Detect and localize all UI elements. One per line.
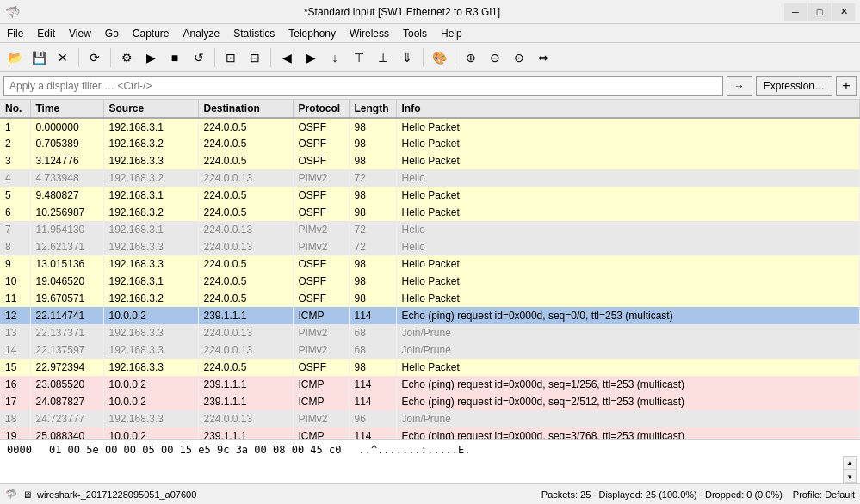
cell-destination: 224.0.0.13 xyxy=(198,221,293,238)
column-header-info[interactable]: Info xyxy=(396,100,860,118)
toolbar-autoscroll-button[interactable]: ⇓ xyxy=(396,46,418,69)
table-row[interactable]: 44.733948192.168.3.2224.0.0.13PIMv272Hel… xyxy=(0,169,860,187)
table-row[interactable]: 1925.08834010.0.0.2239.1.1.1ICMP114Echo … xyxy=(0,427,860,439)
menu-item-tools[interactable]: Tools xyxy=(396,26,434,41)
toolbar-capture-options-button[interactable]: ⚙ xyxy=(115,46,138,69)
display-filter-input[interactable] xyxy=(3,76,723,96)
hex-ascii: ..^.......:.....E. xyxy=(358,444,470,456)
toolbar-zoom-out-button[interactable]: ⊖ xyxy=(484,46,506,69)
toolbar-last-packet-button[interactable]: ⊥ xyxy=(372,46,394,69)
close-button[interactable]: ✕ xyxy=(832,3,855,21)
table-row[interactable]: 10.000000192.168.3.1224.0.0.5OSPF98Hello… xyxy=(0,118,860,135)
cell-protocol: OSPF xyxy=(293,152,349,169)
cell-protocol: OSPF xyxy=(293,204,349,221)
toolbar-resize-columns-button[interactable]: ⇔ xyxy=(532,46,554,69)
hex-scroll-up[interactable]: ▲ xyxy=(843,456,857,470)
toolbar-colorize-button[interactable]: 🎨 xyxy=(428,46,450,69)
toolbar-capture-filters-button[interactable]: ⊡ xyxy=(220,46,242,69)
toolbar-display-filters-button[interactable]: ⊟ xyxy=(244,46,266,69)
cell-destination: 239.1.1.1 xyxy=(198,393,293,410)
window-controls: ─ □ ✕ xyxy=(784,3,855,21)
table-row[interactable]: 1824.723777192.168.3.3224.0.0.13PIMv296J… xyxy=(0,410,860,427)
menu-item-analyze[interactable]: Analyze xyxy=(176,26,227,41)
column-header-no[interactable]: No. xyxy=(0,100,30,118)
cell-source: 192.168.3.3 xyxy=(103,341,198,359)
menu-item-view[interactable]: View xyxy=(62,26,98,41)
cell-no: 10 xyxy=(0,273,30,290)
column-header-source[interactable]: Source xyxy=(103,100,198,118)
table-row[interactable]: 812.621371192.168.3.3224.0.0.13PIMv272He… xyxy=(0,238,860,255)
table-row[interactable]: 1019.046520192.168.3.1224.0.0.5OSPF98Hel… xyxy=(0,273,860,290)
column-header-protocol[interactable]: Protocol xyxy=(293,100,349,118)
menu-item-wireless[interactable]: Wireless xyxy=(343,26,396,41)
wireshark-icon: 🦈 xyxy=(5,489,17,500)
toolbar-zoom-in-button[interactable]: ⊕ xyxy=(460,46,482,69)
cell-info: Hello Packet xyxy=(396,273,860,290)
table-row[interactable]: 1119.670571192.168.3.2224.0.0.5OSPF98Hel… xyxy=(0,290,860,307)
toolbar-separator xyxy=(214,48,215,67)
toolbar-open-button[interactable]: 📂 xyxy=(3,46,26,69)
toolbar-close-button[interactable]: ✕ xyxy=(52,46,74,69)
hex-offset: 0000 xyxy=(7,444,32,456)
cell-protocol: OSPF xyxy=(293,187,349,204)
column-header-destination[interactable]: Destination xyxy=(198,100,293,118)
cell-protocol: OSPF xyxy=(293,290,349,307)
menu-item-edit[interactable]: Edit xyxy=(30,26,62,41)
cell-info: Hello Packet xyxy=(396,255,860,273)
menu-item-file[interactable]: File xyxy=(0,26,30,41)
cell-source: 192.168.3.3 xyxy=(103,238,198,255)
cell-protocol: PIMv2 xyxy=(293,410,349,427)
cell-protocol: PIMv2 xyxy=(293,341,349,359)
table-row[interactable]: 59.480827192.168.3.1224.0.0.5OSPF98Hello… xyxy=(0,187,860,204)
menu-item-statistics[interactable]: Statistics xyxy=(226,26,282,41)
maximize-button[interactable]: □ xyxy=(808,3,831,21)
cell-length: 68 xyxy=(349,324,396,341)
toolbar-restart-capture-button[interactable]: ↺ xyxy=(188,46,210,69)
table-row[interactable]: 1522.972394192.168.3.3224.0.0.5OSPF98Hel… xyxy=(0,359,860,376)
table-row[interactable]: 1623.08552010.0.0.2239.1.1.1ICMP114Echo … xyxy=(0,376,860,393)
hex-scroll-down[interactable]: ▼ xyxy=(843,470,857,483)
cell-protocol: ICMP xyxy=(293,376,349,393)
expression-button[interactable]: Expression… xyxy=(756,76,832,96)
toolbar-go-to-packet-button[interactable]: ↓ xyxy=(324,46,346,69)
cell-length: 98 xyxy=(349,118,396,135)
table-row[interactable]: 610.256987192.168.3.2224.0.0.5OSPF98Hell… xyxy=(0,204,860,221)
table-row[interactable]: 913.015136192.168.3.3224.0.0.5OSPF98Hell… xyxy=(0,255,860,273)
cell-no: 8 xyxy=(0,238,30,255)
cell-length: 98 xyxy=(349,290,396,307)
toolbar-forward-button[interactable]: ▶ xyxy=(300,46,322,69)
table-row[interactable]: 33.124776192.168.3.3224.0.0.5OSPF98Hello… xyxy=(0,152,860,169)
cell-time: 19.046520 xyxy=(30,273,103,290)
add-filter-button[interactable]: + xyxy=(836,76,857,96)
cell-info: Hello Packet xyxy=(396,187,860,204)
menu-item-capture[interactable]: Capture xyxy=(126,26,176,41)
filter-arrow-button[interactable]: → xyxy=(727,76,752,96)
cell-source: 192.168.3.2 xyxy=(103,169,198,187)
cell-no: 2 xyxy=(0,135,30,152)
statusbar-filename: wireshark-_20171228095051_a07600 xyxy=(37,489,196,500)
menu-item-go[interactable]: Go xyxy=(98,26,126,41)
column-header-length[interactable]: Length xyxy=(349,100,396,118)
filter-bar: → Expression… + xyxy=(0,72,860,100)
statusbar-left: 🦈 🖥 wireshark-_20171228095051_a07600 xyxy=(5,489,196,500)
table-row[interactable]: 20.705389192.168.3.2224.0.0.5OSPF98Hello… xyxy=(0,135,860,152)
toolbar-back-button[interactable]: ◀ xyxy=(275,46,298,69)
toolbar-start-capture-button[interactable]: ▶ xyxy=(139,46,162,69)
table-row[interactable]: 711.954130192.168.3.1224.0.0.13PIMv272He… xyxy=(0,221,860,238)
toolbar-stop-capture-button[interactable]: ■ xyxy=(164,46,186,69)
cell-destination: 224.0.0.5 xyxy=(198,152,293,169)
column-header-time[interactable]: Time xyxy=(30,100,103,118)
menu-item-telephony[interactable]: Telephony xyxy=(282,26,343,41)
minimize-button[interactable]: ─ xyxy=(784,3,807,21)
table-row[interactable]: 1422.137597192.168.3.3224.0.0.13PIMv268J… xyxy=(0,341,860,359)
toolbar-reload-button[interactable]: ⟳ xyxy=(84,46,106,69)
toolbar-normal-size-button[interactable]: ⊙ xyxy=(508,46,530,69)
table-row[interactable]: 1222.11474110.0.0.2239.1.1.1ICMP114Echo … xyxy=(0,307,860,324)
table-row[interactable]: 1322.137371192.168.3.3224.0.0.13PIMv268J… xyxy=(0,324,860,341)
title-bar: 🦈 *Standard input [SW1 Ethernet2 to R3 G… xyxy=(0,0,860,24)
toolbar-first-packet-button[interactable]: ⊤ xyxy=(348,46,370,69)
cell-protocol: OSPF xyxy=(293,273,349,290)
toolbar-save-button[interactable]: 💾 xyxy=(28,46,50,69)
table-row[interactable]: 1724.08782710.0.0.2239.1.1.1ICMP114Echo … xyxy=(0,393,860,410)
menu-item-help[interactable]: Help xyxy=(434,26,469,41)
